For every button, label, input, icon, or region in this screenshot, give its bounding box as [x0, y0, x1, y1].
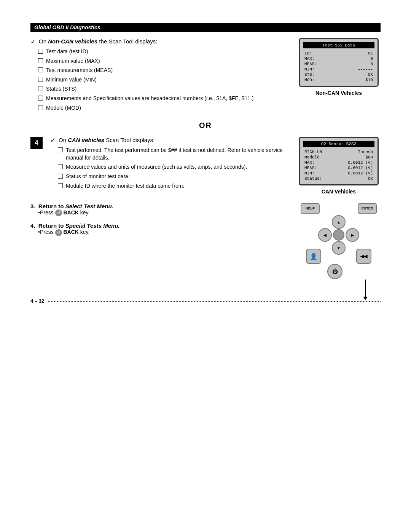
can-caption: CAN Vehicles [322, 189, 356, 195]
back-key-label: BACK [63, 209, 78, 216]
footer-dots [48, 301, 381, 302]
or-divider: OR [30, 121, 381, 130]
checkmark-icon: ✓ [50, 136, 56, 144]
screen-row: Module $80 [303, 155, 374, 160]
checkmark-icon: ✓ [30, 38, 36, 46]
checkbox-icon [38, 96, 43, 101]
list-item: Measurements and Specification values ar… [38, 95, 285, 102]
item-text: Maximum value (MAX) [46, 58, 285, 65]
screen-row: STS: OK [303, 72, 374, 77]
item-text: Measurements and Specification values ar… [46, 95, 285, 102]
list-item: Module ID where the monitor test data ca… [58, 182, 285, 190]
step-badge: 4 [30, 137, 43, 149]
item-text: Test measurements (MEAS) [46, 67, 285, 74]
can-intro-text: On CAN vehicles Scan Tool displays: [59, 137, 155, 143]
checkbox-icon [38, 67, 43, 72]
item-text: Module ID where the monitor test data ca… [66, 182, 285, 190]
checkbox-icon [58, 147, 63, 152]
non-can-intro-text: On Non-CAN vehicles the Scan Tool displa… [39, 38, 158, 45]
page-number: 4 – 32 [30, 298, 44, 304]
screen-row: MAX: 0.6012 (V) [303, 160, 374, 165]
checkbox-icon [38, 49, 43, 54]
return-step-4-label: 4. Return to Special Tests Menu. [30, 222, 120, 229]
up-arrow-key[interactable]: ▲ [332, 215, 346, 229]
back-key[interactable]: ◀◀ [356, 249, 371, 264]
arrow-tip [363, 297, 368, 300]
keypad: HELP ENTER ▲ ◀ ▶ ▼ [301, 203, 377, 279]
help-key[interactable]: HELP [301, 203, 320, 214]
list-item: Test performed. The test performed can b… [58, 147, 285, 161]
item-text: Status of monitor test data. [66, 173, 285, 181]
bottom-row: 3. Return to Select Test Menu. •Press ↺ … [30, 203, 381, 279]
screen-header: Test $53 Data [303, 42, 374, 48]
list-item: Module (MOD) [38, 104, 285, 112]
non-can-section: ✓ On Non-CAN vehicles the Scan Tool disp… [30, 38, 381, 113]
list-item: Test measurements (MEAS) [38, 67, 285, 74]
page-wrapper: Global OBD II Diagnostics ✓ On Non-CAN v… [0, 0, 411, 327]
person-key[interactable]: 👤 [306, 249, 321, 264]
item-text: Minimum value (MIN) [46, 76, 285, 84]
enter-key[interactable]: ENTER [358, 203, 377, 214]
checkbox-icon [38, 105, 43, 110]
bullet-text: •Press [38, 229, 55, 235]
checkbox-icon [58, 183, 63, 188]
return-step-3: 3. Return to Select Test Menu. •Press ↺ … [30, 203, 285, 216]
can-intro: ✓ On CAN vehicles Scan Tool displays: [50, 137, 285, 144]
list-item: Test data (test ID) [38, 48, 285, 56]
screen-row: MOD: $10 [303, 77, 374, 83]
can-screen-container: O2 Sensor B2S2 RICH-LN Thresh Module $80… [297, 137, 381, 195]
non-can-intro: ✓ On Non-CAN vehicles the Scan Tool disp… [30, 38, 285, 46]
header-title: Global OBD II Diagnostics [34, 24, 100, 30]
checkbox-icon [38, 86, 43, 91]
non-can-caption: Non-CAN Vehicles [315, 90, 362, 96]
bullet-text: •Press [38, 209, 55, 216]
item-text: Measured values and units of measured (s… [66, 163, 285, 171]
arrow-line [365, 280, 366, 297]
return-steps: 3. Return to Select Test Menu. •Press ↺ … [30, 203, 285, 242]
page-footer: 4 – 32 [30, 298, 381, 304]
header-bar: Global OBD II Diagnostics [30, 23, 381, 32]
screen-row: MIN: ------ [303, 67, 374, 72]
down-arrow-key[interactable]: ▼ [332, 241, 346, 255]
screen-row: RICH-LN Thresh [303, 149, 374, 155]
screen-row: MIN: 0.6012 (V) [303, 171, 374, 176]
return-step-3-label: 3. Return to Select Test Menu. [30, 203, 113, 209]
back-key-label: BACK [63, 229, 78, 235]
screen-row: MEAS: 0 [303, 61, 374, 67]
can-step-row: 4 ✓ On CAN vehicles Scan Tool displays: … [30, 137, 285, 192]
return-step-3-sub: •Press ↺ BACK key. [38, 209, 285, 216]
checkbox-icon [58, 164, 63, 169]
can-text: ✓ On CAN vehicles Scan Tool displays: Te… [50, 137, 285, 192]
can-screen-header: O2 Sensor B2S2 [303, 141, 374, 147]
power-key[interactable]: ⏻ [327, 264, 342, 279]
arrow-indicator [363, 280, 368, 300]
non-can-text: ✓ On Non-CAN vehicles the Scan Tool disp… [30, 38, 285, 113]
list-item: Status (STS) [38, 85, 285, 93]
keypad-container: HELP ENTER ▲ ◀ ▶ ▼ [297, 203, 381, 279]
checkbox-icon [38, 58, 43, 63]
can-screen: O2 Sensor B2S2 RICH-LN Thresh Module $80… [299, 137, 379, 185]
back-button-icon: ↺ [55, 209, 62, 216]
return-step-4: 4. Return to Special Tests Menu. •Press … [30, 222, 285, 236]
non-can-screen: Test $53 Data ID: 01 MAX: 0 MEAS: 0 MIN:… [299, 38, 379, 87]
list-item: Maximum value (MAX) [38, 58, 285, 65]
can-section: 4 ✓ On CAN vehicles Scan Tool displays: … [30, 137, 381, 195]
screen-row: ID: 01 [303, 51, 374, 56]
left-arrow-key[interactable]: ◀ [318, 228, 332, 242]
list-item: Status of monitor test data. [58, 173, 285, 181]
checkbox-icon [58, 174, 63, 179]
item-text: Test performed. The test performed can b… [66, 147, 285, 161]
screen-row: MEAS: 0.6012 (V) [303, 165, 374, 171]
item-text: Module (MOD) [46, 104, 285, 112]
screen-row: MAX: 0 [303, 56, 374, 61]
item-text: Test data (test ID) [46, 48, 285, 56]
list-item: Measured values and units of measured (s… [58, 163, 285, 171]
list-item: Minimum value (MIN) [38, 76, 285, 84]
right-arrow-key[interactable]: ▶ [346, 228, 359, 242]
back-button-icon: ↺ [55, 229, 62, 236]
checkbox-icon [38, 77, 43, 82]
screen-row: Status: OK [303, 176, 374, 181]
item-text: Status (STS) [46, 85, 285, 93]
center-key[interactable] [333, 229, 344, 241]
return-step-4-sub: •Press ↺ BACK key. [38, 229, 285, 236]
